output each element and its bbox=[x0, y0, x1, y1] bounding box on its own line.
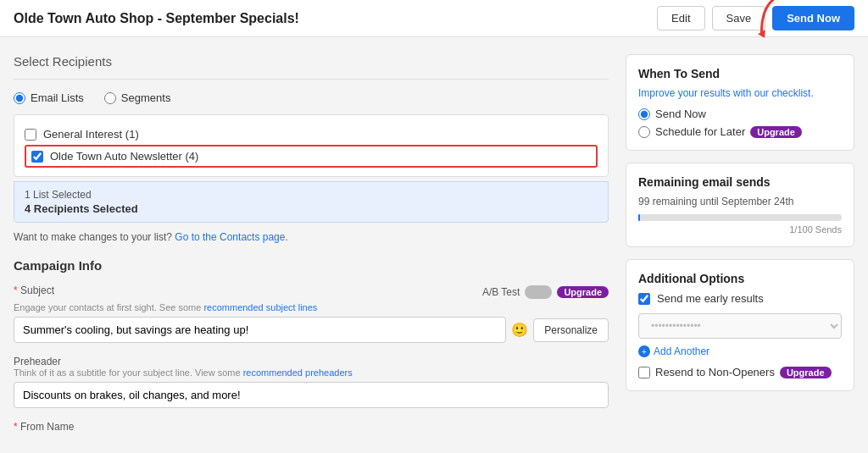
emoji-button[interactable]: 🙂 bbox=[511, 322, 528, 338]
email-lists-radio-label[interactable]: Email Lists bbox=[14, 91, 84, 104]
divider bbox=[14, 79, 609, 80]
ab-test-toggle: A/B Test Upgrade bbox=[482, 285, 609, 299]
remaining-desc: 99 remaining until September 24th bbox=[638, 196, 842, 207]
schedule-later-option[interactable]: Schedule for Later Upgrade bbox=[638, 125, 842, 138]
email-lists-label: Email Lists bbox=[31, 91, 84, 104]
campaign-info-title: Campaign Info bbox=[14, 258, 609, 273]
recipients-title: Select Recipients bbox=[14, 54, 609, 69]
save-button[interactable]: Save bbox=[712, 6, 766, 30]
olde-town-newsletter-label: Olde Town Auto Newsletter (4) bbox=[50, 150, 198, 163]
progress-bar-bg bbox=[638, 214, 842, 221]
preheader-hint: Think of it as a subtitle for your subje… bbox=[14, 367, 609, 378]
additional-options-card: Additional Options Send me early results… bbox=[626, 259, 854, 391]
top-bar: Olde Town Auto Shop - September Specials… bbox=[0, 0, 868, 37]
resend-upgrade-badge[interactable]: Upgrade bbox=[780, 367, 832, 378]
subject-input[interactable] bbox=[14, 317, 506, 343]
subject-input-row: 🙂 Personalize bbox=[14, 317, 609, 343]
add-another-icon: + bbox=[638, 345, 650, 357]
preheader-input[interactable] bbox=[14, 382, 609, 408]
segments-label: Segments bbox=[121, 91, 171, 104]
schedule-upgrade-badge[interactable]: Upgrade bbox=[750, 126, 802, 138]
progress-label: 1/100 Sends bbox=[638, 224, 842, 235]
checklist-link[interactable]: Improve your results with our checklist. bbox=[638, 87, 842, 99]
page-title: Olde Town Auto Shop - September Specials… bbox=[14, 11, 299, 26]
schedule-later-label: Schedule for Later bbox=[655, 125, 745, 138]
when-to-send-card: When To Send Improve your results with o… bbox=[626, 54, 854, 151]
subject-lines-link[interactable]: recommended subject lines bbox=[203, 302, 317, 312]
email-select-row: •••••••••••••• bbox=[638, 313, 842, 339]
additional-options-title: Additional Options bbox=[638, 272, 842, 285]
preheader-label: Preheader bbox=[14, 356, 61, 367]
right-panel: When To Send Improve your results with o… bbox=[626, 54, 854, 445]
remaining-sends-title: Remaining email sends bbox=[638, 175, 842, 189]
send-now-radio[interactable] bbox=[638, 108, 650, 120]
edit-button[interactable]: Edit bbox=[657, 6, 704, 30]
recipients-section: Select Recipients Email Lists Segments G… bbox=[14, 54, 609, 243]
send-now-button[interactable]: Send Now bbox=[772, 6, 854, 30]
main-layout: Select Recipients Email Lists Segments G… bbox=[0, 37, 868, 453]
left-panel: Select Recipients Email Lists Segments G… bbox=[14, 54, 609, 445]
progress-bar-fill bbox=[638, 214, 640, 221]
selection-summary: 1 List Selected 4 Recipients Selected bbox=[14, 181, 609, 223]
remaining-sends-card: Remaining email sends 99 remaining until… bbox=[626, 163, 854, 247]
olde-town-newsletter-checkbox[interactable] bbox=[31, 151, 43, 163]
contacts-page-link[interactable]: Go to the Contacts page. bbox=[175, 231, 287, 243]
send-now-option[interactable]: Send Now bbox=[638, 108, 842, 120]
resend-checkbox[interactable] bbox=[638, 367, 650, 378]
add-another-link[interactable]: + Add Another bbox=[638, 345, 842, 357]
ab-test-upgrade-badge[interactable]: Upgrade bbox=[557, 286, 609, 298]
send-now-option-label: Send Now bbox=[655, 108, 706, 120]
early-results-checkbox[interactable] bbox=[638, 293, 650, 305]
email-lists-radio[interactable] bbox=[14, 92, 25, 104]
toggle-slider bbox=[525, 285, 552, 299]
personalize-button[interactable]: Personalize bbox=[533, 318, 609, 342]
add-another-label: Add Another bbox=[654, 345, 709, 357]
recipient-type-row: Email Lists Segments bbox=[14, 91, 609, 104]
subject-label: * Subject bbox=[14, 285, 54, 296]
contacts-link-text: Want to make changes to your list? Go to… bbox=[14, 231, 609, 243]
preheaders-link[interactable]: recommended preheaders bbox=[243, 367, 353, 378]
ab-test-label: A/B Test bbox=[482, 286, 520, 298]
segments-radio-label[interactable]: Segments bbox=[104, 91, 171, 104]
list-selected-count: 1 List Selected bbox=[25, 189, 598, 201]
general-interest-label: General Interest (1) bbox=[43, 128, 139, 141]
ab-test-switch[interactable] bbox=[525, 285, 552, 299]
top-bar-actions: Edit Save Send Now bbox=[657, 6, 854, 30]
when-to-send-title: When To Send bbox=[638, 67, 842, 80]
schedule-later-radio[interactable] bbox=[638, 126, 650, 138]
preheader-field-group: Preheader Think of it as a subtitle for … bbox=[14, 355, 609, 408]
general-interest-checkbox[interactable] bbox=[25, 129, 36, 141]
from-name-field-group: * From Name bbox=[14, 420, 609, 433]
subject-field-group: * Subject A/B Test Upgrade Engage your c… bbox=[14, 285, 609, 343]
list-item-general[interactable]: General Interest (1) bbox=[25, 124, 598, 145]
from-name-label: * From Name bbox=[14, 421, 74, 433]
list-item-olde-town[interactable]: Olde Town Auto Newsletter (4) bbox=[25, 145, 598, 168]
segments-radio[interactable] bbox=[104, 92, 116, 104]
early-results-row: Send me early results bbox=[638, 292, 842, 305]
early-results-label: Send me early results bbox=[657, 292, 764, 305]
subject-hint: Engage your contacts at first sight. See… bbox=[14, 302, 609, 312]
resend-label: Resend to Non-Openers bbox=[655, 366, 775, 378]
email-select[interactable]: •••••••••••••• bbox=[638, 313, 842, 339]
send-options: Send Now Schedule for Later Upgrade bbox=[638, 108, 842, 138]
recipients-selected-count: 4 Recipients Selected bbox=[25, 202, 598, 215]
resend-row: Resend to Non-Openers Upgrade bbox=[638, 366, 842, 378]
email-lists-container: General Interest (1) Olde Town Auto News… bbox=[14, 114, 609, 177]
campaign-info-section: Campaign Info * Subject A/B Test Upgrade bbox=[14, 258, 609, 433]
subject-header: * Subject A/B Test Upgrade bbox=[14, 285, 609, 299]
